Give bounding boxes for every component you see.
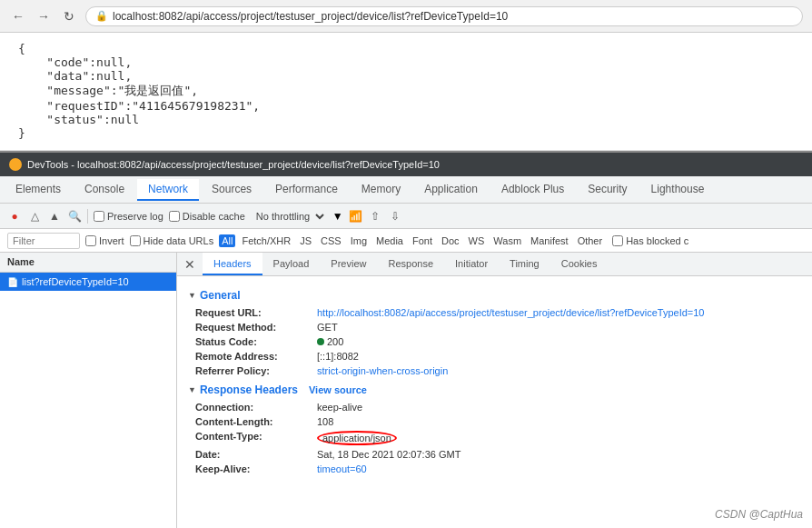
filter-tag-media[interactable]: Media [373,234,406,247]
has-blocked-checkbox[interactable] [612,235,623,246]
detail-tab-headers[interactable]: Headers [203,253,262,275]
disable-cache-checkbox[interactable] [169,211,180,222]
address-bar[interactable]: 🔒 localhost:8082/api/access/project/test… [85,6,803,26]
filter-tag-other[interactable]: Other [575,234,606,247]
filter-tag-doc[interactable]: Doc [439,234,462,247]
content-type-row: Content-Type: application/json [188,429,801,447]
filter-tag-css[interactable]: CSS [318,234,344,247]
details-panel: ✕ Headers Payload Preview Response Initi… [177,253,812,528]
detail-tab-response[interactable]: Response [377,253,444,275]
tab-performance[interactable]: Performance [264,179,349,201]
filter-tag-ws[interactable]: WS [466,234,488,247]
request-name: list?refDeviceTypeId=10 [22,276,129,287]
divider-1 [87,209,88,224]
invert-group: Invert [85,235,124,246]
connection-row: Connection: keep-alive [188,400,801,414]
devtools-logo [9,158,22,171]
filter-input[interactable] [7,233,80,249]
preserve-log-label: Preserve log [107,211,163,222]
date-label: Date: [195,449,313,460]
keep-alive-value: timeout=60 [317,463,367,474]
hide-data-urls-checkbox[interactable] [130,235,141,246]
detail-tab-payload[interactable]: Payload [262,253,321,275]
forward-button[interactable]: → [35,7,53,25]
filter-tag-all[interactable]: All [219,234,235,247]
referrer-policy-row: Referrer Policy: strict-origin-when-cros… [188,364,801,378]
detail-tab-cookies[interactable]: Cookies [550,253,609,275]
request-item[interactable]: 📄 list?refDeviceTypeId=10 [0,273,176,291]
export-button[interactable]: ⇩ [388,209,402,224]
detail-tab-bar: ✕ Headers Payload Preview Response Initi… [177,253,812,276]
detail-tab-initiator[interactable]: Initiator [444,253,499,275]
disable-cache-label: Disable cache [183,211,245,222]
status-code-label: Status Code: [195,336,313,347]
request-url-value: http://localhost:8082/api/access/project… [317,307,705,318]
preserve-log-group: Preserve log [94,211,163,222]
filter-tag-font[interactable]: Font [410,234,435,247]
response-headers-section-header[interactable]: Response Headers View source [188,384,801,396]
watermark: CSDN @CaptHua [715,508,803,521]
hide-data-urls-label: Hide data URLs [144,235,214,246]
filter-tag-wasm[interactable]: Wasm [490,234,524,247]
throttle-arrow-icon: ▼ [332,210,343,223]
keep-alive-row: Keep-Alive: timeout=60 [188,462,801,476]
request-url-row: Request URL: http://localhost:8082/api/a… [188,305,801,320]
connection-value: keep-alive [317,402,362,413]
content-length-row: Content-Length: 108 [188,414,801,429]
clear-button[interactable]: △ [27,209,42,224]
search-button[interactable]: 🔍 [67,209,82,224]
invert-label: Invert [99,235,124,246]
tab-network[interactable]: Network [137,179,199,201]
general-section-header[interactable]: General [188,289,801,302]
requests-header: Name [0,253,176,273]
date-row: Date: Sat, 18 Dec 2021 02:07:36 GMT [188,447,801,462]
tab-adblock[interactable]: Adblock Plus [490,179,575,201]
referrer-policy-label: Referrer Policy: [195,365,313,376]
tab-console[interactable]: Console [74,179,135,201]
devtools-window: DevTools - localhost:8082/api/access/pro… [0,151,812,528]
record-button[interactable]: ● [7,209,22,224]
request-method-row: Request Method: GET [188,320,801,334]
status-dot [317,338,324,345]
keep-alive-label: Keep-Alive: [195,463,313,474]
throttle-select[interactable]: No throttling [251,210,327,223]
tab-sources[interactable]: Sources [201,179,262,201]
view-source-link[interactable]: View source [309,384,367,395]
filter-button[interactable]: ▲ [47,209,62,224]
lock-icon: 🔒 [95,10,108,22]
detail-tab-timing[interactable]: Timing [499,253,550,275]
tab-security[interactable]: Security [577,179,638,201]
close-detail-button[interactable]: ✕ [177,253,203,275]
tab-application[interactable]: Application [413,179,489,201]
back-button[interactable]: ← [9,7,27,25]
disable-cache-group: Disable cache [169,211,245,222]
filter-bar: Invert Hide data URLs All Fetch/XHR JS C… [0,229,812,253]
wifi-icon: 📶 [349,210,362,223]
preserve-log-checkbox[interactable] [94,211,104,222]
filter-tag-img[interactable]: Img [348,234,370,247]
filter-tags: All Fetch/XHR JS CSS Img Media Font Doc … [219,234,688,247]
remote-address-value: [::1]:8082 [317,351,359,362]
has-blocked-label: Has blocked c [626,235,688,246]
filter-tag-fetchxhr[interactable]: Fetch/XHR [239,234,293,247]
import-button[interactable]: ⇧ [368,209,382,224]
filter-tag-manifest[interactable]: Manifest [528,234,571,247]
remote-address-row: Remote Address: [::1]:8082 [188,349,801,364]
json-response: { "code":null, "data":null, "message":"我… [18,42,794,140]
request-url-label: Request URL: [195,307,313,318]
tab-memory[interactable]: Memory [351,179,411,201]
tab-elements[interactable]: Elements [5,179,72,201]
referrer-policy-value: strict-origin-when-cross-origin [317,365,448,376]
remote-address-label: Remote Address: [195,351,313,362]
date-value: Sat, 18 Dec 2021 02:07:36 GMT [317,449,460,460]
refresh-button[interactable]: ↻ [60,7,78,25]
hide-data-urls-group: Hide data URLs [130,235,214,246]
content-length-label: Content-Length: [195,416,313,427]
invert-checkbox[interactable] [85,235,96,246]
detail-tab-preview[interactable]: Preview [320,253,377,275]
filter-tag-js[interactable]: JS [297,234,314,247]
tab-lighthouse[interactable]: Lighthouse [640,179,716,201]
status-code-value: 200 [317,336,343,347]
request-method-label: Request Method: [195,322,313,333]
has-blocked-group: Has blocked c [612,235,688,246]
